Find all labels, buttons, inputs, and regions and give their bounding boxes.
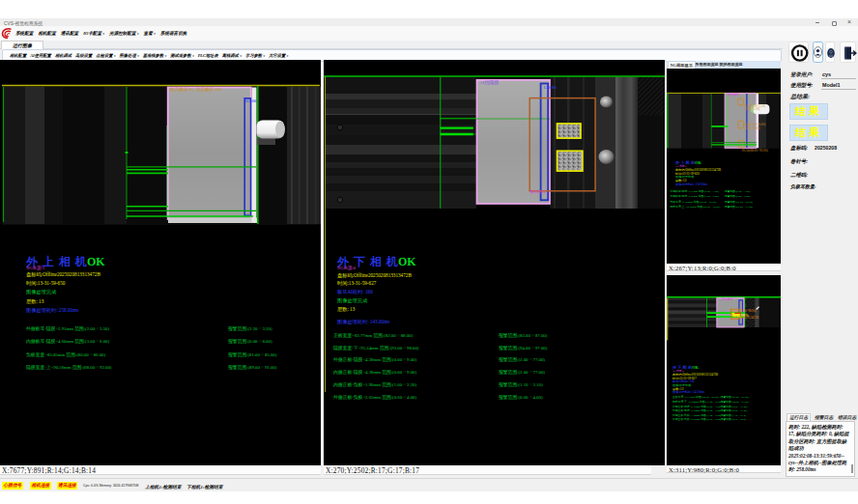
menu-item-label: 系统配置 [15,31,33,37]
ok-text: OK [692,365,699,370]
camera-view-upper-outer[interactable]: 静态阈值:93, 动态阈值:100 83.88 外上相机OK NG光源!1 盘标… [0,60,321,475]
ok-text: OK [398,255,416,268]
minimize-icon [815,22,819,23]
status-text: X:270;Y:2502;R:17;G:17;B:17 [326,466,419,475]
pause-button[interactable] [788,42,810,63]
tray-code-value: 20250208 [815,145,837,151]
tool-image-processing[interactable]: 图像处理▾ [120,53,139,59]
alarm-range-text: 报警范围:(2.00 ~ 77.00) [721,410,748,413]
alarm-range-text: 报警范围:(81.00 ~ 85.00) [228,353,276,358]
alarm-range-text: 报警范围:(0.00 ~ 8.00) [725,196,751,199]
tool-camera-config[interactable]: 相机配置 [10,53,26,59]
tab-run-image[interactable]: 运行图像 [1,41,43,49]
measurement-text: 隔膜宽度-上=90.56mm 范围:(88.00 ~ 92.00) [671,207,721,210]
chevron-down-icon: ▾ [264,53,266,59]
tool-advanced-settings[interactable]: 高级设置 [75,53,92,59]
toolbar-item-label: PLC地址表 [198,53,218,59]
measurement-text: 外侧正极-隔膜=4.38mm 范围:(0.00 ~ 9.00) [333,358,416,363]
alarm-range-text: 报警范围:(83.00 ~ 87.00) [499,334,547,339]
layer-count-line: 层数: 13 [337,307,355,312]
status-text: X:7677;Y:891;R:14;G:14;B:14 [2,466,96,475]
measurement-text: 内侧极耳-隔膜=4.60mm 范围:(3.00 ~ 6.00) [26,340,109,345]
chevron-down-icon: ▾ [165,53,167,59]
menu-comm-config[interactable]: 通讯配置 [61,31,78,37]
menu-language-switch[interactable]: 系统语言切换 [160,31,187,37]
qr-code-label: 二维码: [790,172,808,179]
toolbar-item-label: 图像处理 [120,53,136,59]
tool-camera-debug[interactable]: 相机调试 [55,53,72,59]
tool-learning-params[interactable]: 学习参数▾ [245,53,265,59]
toolbar-item-label: 测试项参数 [170,53,190,59]
measurement-text: 内侧正极-隔膜=4.38mm 范围:(0.00 ~ 9.00) [672,410,721,413]
time-line: 时间:13-31-59-650 [26,281,65,286]
result-box-2: 结果 [789,125,828,141]
tool-test-item-params[interactable]: 测试项参数▾ [170,53,194,59]
login-user-value[interactable]: cys [822,71,831,77]
close-button[interactable]: × [844,18,856,26]
exit-door-icon [841,42,858,64]
needle-number-label: 卷针号: [790,158,808,165]
menu-io-card-config[interactable]: IO卡配置▾ [83,31,104,37]
minimize-button[interactable] [812,18,823,26]
menu-view[interactable]: 查看▾ [144,31,156,37]
chevron-down-icon: ▾ [154,31,156,37]
tool-spot-check[interactable]: 点检设置▾ [96,53,115,59]
ok-text: OK [695,160,701,165]
ai-film-label: AI找隔膜 [721,298,733,301]
tool-ai-usage-config[interactable]: AI使用配置 [30,53,51,59]
tab-ng-display[interactable]: NG画面显示 [668,61,696,69]
ng-view-tabs: NG画面显示 所有画面浏览 抓拍画面浏览 [667,61,781,69]
tool-offline-debug[interactable]: 离线调试▾ [222,53,242,59]
measurement-text: 内侧正极-隔膜=4.38mm 范围:(0.00 ~ 9.00) [333,371,416,376]
menu-camera-config[interactable]: 相机配置 [38,31,55,37]
alarm-range-text: 报警范围:(94.00 ~ 97.00) [499,347,547,351]
chevron-down-icon: ▾ [137,53,139,59]
toolbar-item-label: 基准线参数 [143,53,163,59]
tool-plc-address-table[interactable]: PLC地址表 [198,53,218,59]
title-bar: CVS-视觉检测系统 × [0,18,858,26]
result-text: 结果 [795,126,822,138]
alarm-range-text: 报警范围:(94.00 ~ 97.00) [721,402,749,405]
negative-tab-count-label: 负极耳数量: [790,183,816,189]
toolbar-item-label: 高级设置 [75,53,92,59]
process-time-line: 图像处理耗时: 258.00ms [26,308,78,313]
result-box-1: 结果 [789,103,828,120]
view-tab-bar: 运行图像 [0,41,783,49]
measurement-text: 内侧极耳-隔膜=4.60mm 范围:(3.00 ~ 6.00) [671,196,719,199]
tool-other-settings[interactable]: 其它设置▾ [269,53,288,59]
toolbar-item-label: AI使用配置 [30,53,51,59]
tab-area-label: 极耳区域 [530,190,546,194]
maximize-button[interactable] [828,18,840,26]
lock-button[interactable] [825,42,835,63]
measurement-text: 负极宽度=83.05mm 范围:(80.00 ~ 86.00) [671,202,717,205]
ng-camera-view-2[interactable]: AI找隔膜 95.24(93.00~98.00) 褶皱 90% 20250208… [667,275,781,473]
tray-code-label: 盘标码: [790,145,808,152]
measurement-text: 外侧正极-负极=2.65mm 范围:(0.60 ~ 4.00) [672,419,721,422]
alarm-range-text: 报警范围:(2.00 ~ 77.00) [499,358,545,363]
exit-button[interactable] [840,42,857,63]
toolbar-item-label: 点检设置 [96,53,112,59]
toolbar-item-label: 学习参数 [245,53,262,59]
tool-baseline-params[interactable]: 基准线参数▾ [143,53,167,59]
menu-system-config[interactable]: 系统配置 [15,31,33,37]
measurement-text: 内侧正极-负极=1.90mm 范围:(1.00 ~ 2.20) [333,383,416,388]
measurement-text: 外侧极耳-隔膜=2.91mm 范围:(2.00 ~ 3.50) [671,191,719,194]
model-value[interactable]: Model1 [822,82,841,88]
login-user-button[interactable] [813,42,823,63]
heartbeat-indicator: 心跳信号 [2,482,23,490]
chevron-down-icon: ▾ [103,31,105,37]
menu-item-label: 光源控制配置 [109,31,136,37]
box2-label-b: (0.00~8.00) [745,127,760,130]
tab-capture-views[interactable]: 抓拍画面浏览 [718,61,744,69]
pixel-readout-small2: X:311;Y:980;R:0;G:0;B:0 [667,465,781,473]
ng-camera-view-1[interactable]: AI找隔膜 2.91(2.00~3.50) (2.20~3.20) 4.60(3… [667,69,781,271]
ng-note: NG光源:0 [337,266,356,271]
menu-light-control-config[interactable]: 光源控制配置▾ [109,31,139,37]
tab-all-views[interactable]: 所有画面浏览 [694,61,720,69]
box3-label: 90.56(88.00~92.00) [742,150,768,153]
process-time-line: 图像处理耗时: 143.00ms [337,320,389,324]
log-scrollbar[interactable] [851,464,853,473]
menu-item-label: IO卡配置 [83,31,101,37]
ok-text: OK [87,255,105,268]
camera-view-lower-outer[interactable]: AI找隔膜 128.80 极耳区域 外下相机OK NG光源:0 盘标码:Offl… [324,60,665,465]
